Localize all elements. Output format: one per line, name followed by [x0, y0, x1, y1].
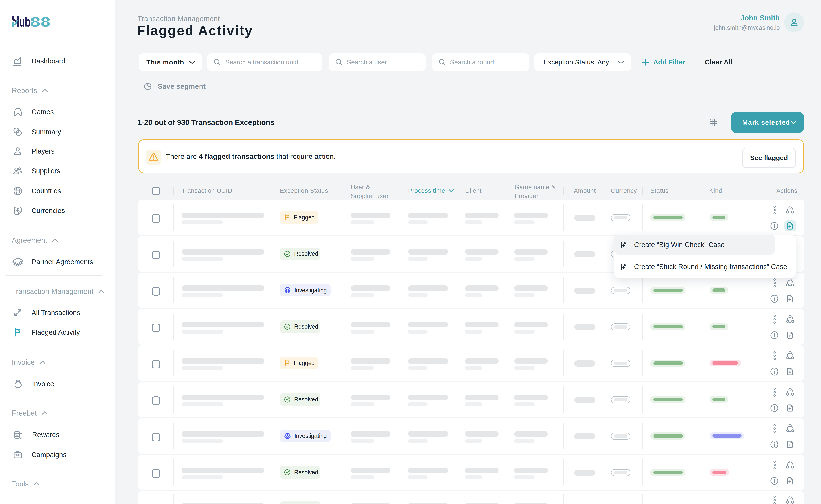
svg-text:ub: ub	[19, 15, 30, 28]
svg-text:88: 88	[30, 15, 51, 28]
